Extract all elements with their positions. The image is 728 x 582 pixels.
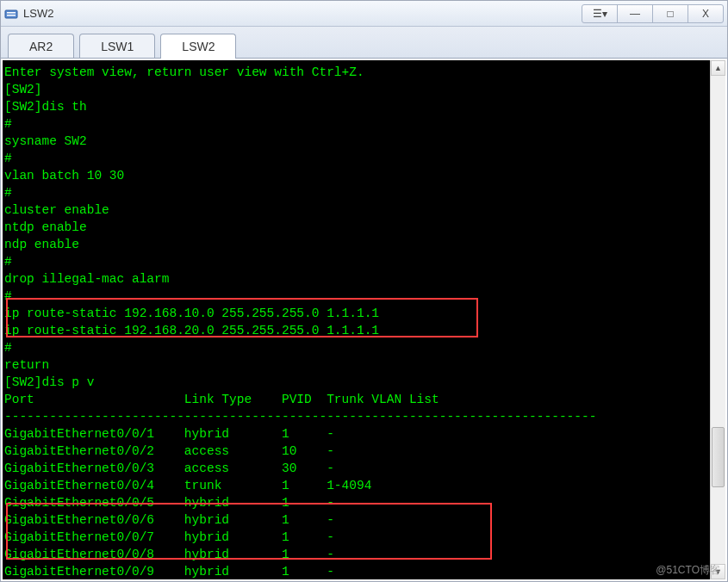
- terminal-line: #: [4, 288, 724, 305]
- terminal-line: [SW2]dis p v: [4, 374, 724, 391]
- svg-rect-1: [7, 12, 16, 14]
- terminal-line: GigabitEthernet0/0/1 hybrid 1 -: [4, 425, 724, 443]
- titlebar[interactable]: LSW2 ☰▾ — □ X: [1, 1, 727, 27]
- terminal-line: GigabitEthernet0/0/3 access 30 -: [4, 460, 724, 477]
- scroll-track[interactable]: [711, 76, 725, 564]
- terminal-line: ----------------------------------------…: [4, 408, 724, 425]
- terminal-line: Port Link Type PVID Trunk VLAN List: [4, 391, 724, 408]
- terminal-line: return: [4, 356, 724, 374]
- terminal-line: #: [4, 184, 724, 201]
- terminal-line: GigabitEthernet0/0/7 hybrid 1 -: [4, 529, 724, 546]
- scroll-thumb[interactable]: [712, 427, 725, 487]
- tab-lsw2[interactable]: LSW2: [160, 34, 236, 59]
- terminal-line: GigabitEthernet0/0/4 trunk 1 1-4094: [4, 477, 724, 494]
- scrollbar[interactable]: ▲ ▼: [710, 60, 725, 579]
- window-controls: ☰▾ — □ X: [582, 4, 724, 23]
- terminal-line: cluster enable: [4, 201, 724, 219]
- app-icon: [4, 7, 18, 21]
- svg-rect-2: [7, 15, 16, 16]
- terminal-line: GigabitEthernet0/0/9 hybrid 1 -: [4, 563, 724, 579]
- tabbar: AR2 LSW1 LSW2: [1, 27, 727, 58]
- minimize-button[interactable]: —: [617, 4, 653, 23]
- terminal-line: drop illegal-mac alarm: [4, 270, 724, 288]
- terminal-line: GigabitEthernet0/0/6 hybrid 1 -: [4, 511, 724, 529]
- terminal-line: Enter system view, return user view with…: [4, 64, 724, 81]
- options-button[interactable]: ☰▾: [582, 4, 618, 23]
- terminal-line: #: [4, 339, 724, 356]
- terminal-line: GigabitEthernet0/0/5 hybrid 1 -: [4, 494, 724, 511]
- tab-lsw1[interactable]: LSW1: [79, 34, 155, 59]
- window-title: LSW2: [23, 7, 582, 20]
- tab-ar2[interactable]: AR2: [8, 34, 74, 59]
- terminal-line: ndp enable: [4, 236, 724, 253]
- svg-rect-0: [5, 10, 17, 18]
- terminal-line: sysname SW2: [4, 133, 724, 150]
- terminal-container: Enter system view, return user view with…: [1, 58, 727, 581]
- scroll-up-arrow-icon[interactable]: ▲: [711, 60, 725, 76]
- watermark: @51CTO博客: [656, 563, 720, 578]
- terminal-line: [SW2]dis th: [4, 98, 724, 115]
- close-button[interactable]: X: [688, 4, 724, 23]
- terminal-line: ip route-static 192.168.20.0 255.255.255…: [4, 322, 724, 339]
- terminal-line: ip route-static 192.168.10.0 255.255.255…: [4, 305, 724, 322]
- terminal-line: [SW2]: [4, 81, 724, 98]
- terminal-line: vlan batch 10 30: [4, 167, 724, 184]
- terminal-line: GigabitEthernet0/0/2 access 10 -: [4, 443, 724, 460]
- terminal-line: #: [4, 253, 724, 270]
- terminal-line: #: [4, 150, 724, 167]
- terminal[interactable]: Enter system view, return user view with…: [3, 60, 725, 579]
- terminal-line: #: [4, 115, 724, 133]
- terminal-line: ntdp enable: [4, 219, 724, 236]
- terminal-line: GigabitEthernet0/0/8 hybrid 1 -: [4, 546, 724, 563]
- maximize-button[interactable]: □: [652, 4, 688, 23]
- app-window: LSW2 ☰▾ — □ X AR2 LSW1 LSW2 Enter system…: [0, 0, 728, 582]
